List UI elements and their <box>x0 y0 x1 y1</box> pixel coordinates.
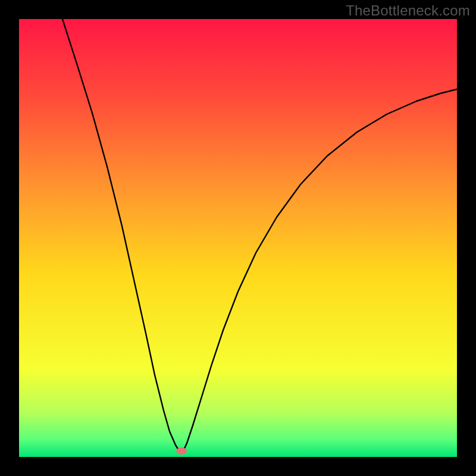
watermark-text: TheBottleneck.com <box>346 2 470 19</box>
plot-background <box>19 19 457 457</box>
chart-frame: TheBottleneck.com <box>0 0 476 476</box>
bottleneck-chart <box>0 0 476 476</box>
optimal-point-marker <box>176 447 187 455</box>
